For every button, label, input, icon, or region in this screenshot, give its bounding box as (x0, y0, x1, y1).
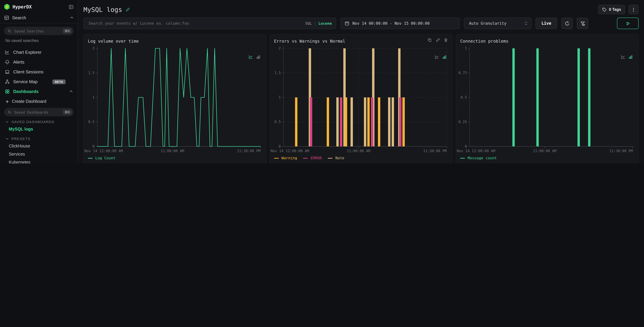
errors-warnings-chart[interactable]: 00.511.52Nov 14 12:00:00 AM11:00:00 AM11… (270, 44, 452, 155)
saved-searches-input[interactable] (14, 29, 61, 33)
shortcut-badge: ⌘K (63, 29, 72, 34)
legend-item[interactable]: ERROR (303, 156, 322, 160)
beta-badge: BETA (52, 79, 66, 84)
search-icon (8, 110, 12, 114)
legend-label: Note (335, 156, 344, 160)
filter-bar: SQL | Lucene Nov 14 00:00:00 - Nov 15 00… (84, 18, 638, 29)
line-chart-toggle-icon[interactable] (621, 55, 626, 59)
saved-dashboards-group[interactable]: SAVED DASHBOARDS (0, 116, 78, 125)
select-chevrons-icon (524, 21, 528, 26)
saved-dashboards-input[interactable] (14, 110, 61, 115)
sidebar-item-alerts[interactable]: Alerts (0, 57, 78, 67)
svg-text:1.5: 1.5 (274, 71, 281, 75)
search-icon (8, 29, 12, 33)
live-button[interactable]: Live (536, 18, 557, 29)
no-saved-searches-text: No saved searches (0, 35, 78, 43)
event-search[interactable]: SQL | Lucene (84, 18, 336, 29)
svg-text:1.5: 1.5 (88, 71, 94, 75)
nav-label: Alerts (13, 60, 73, 65)
tags-label: 0 Tags (609, 8, 621, 12)
sql-toggle[interactable]: SQL (305, 21, 312, 26)
search-section-icon (4, 15, 9, 20)
svg-text:11:30:00 PM: 11:30:00 PM (609, 149, 633, 153)
sidebar-nav: Chart Explorer Alerts Client Sessions Se… (0, 47, 78, 96)
legend-item[interactable]: Log Count (88, 156, 116, 160)
svg-text:2: 2 (278, 46, 281, 50)
line-chart-toggle-icon[interactable] (248, 55, 253, 59)
legend-item[interactable]: Warning (274, 156, 297, 160)
filter-edit-icon (580, 21, 585, 26)
svg-text:0: 0 (465, 144, 467, 148)
svg-text:0.5: 0.5 (460, 95, 467, 99)
saved-dashboards-search[interactable]: ⌘K (4, 108, 74, 116)
sidebar-item-clickhouse[interactable]: ClickHouse (0, 142, 78, 150)
granularity-select[interactable]: Auto Granularity (464, 18, 532, 29)
presets-group[interactable]: PRESETS (0, 133, 78, 142)
legend-label: Message count (468, 156, 497, 160)
laptop-icon (5, 69, 10, 74)
sidebar-item-chart-explorer[interactable]: Chart Explorer (0, 47, 78, 57)
svg-text:Nov 14 12:00:00 AM: Nov 14 12:00:00 AM (457, 149, 495, 153)
nav-label: Client Sessions (13, 69, 73, 74)
panel-connection-problems: Connection problems 00.250.50.751Nov 14 … (456, 34, 638, 164)
svg-text:11:30:00 PM: 11:30:00 PM (423, 149, 447, 153)
sidebar-item-dashboards[interactable]: Dashboards (0, 87, 78, 96)
bar-chart-toggle-icon[interactable] (256, 55, 260, 59)
legend-label: Warning (282, 156, 297, 160)
group-label: SAVED DASHBOARDS (12, 120, 54, 124)
page-title: MySQL logs (84, 6, 122, 13)
run-query-button[interactable] (617, 18, 638, 29)
chart-explorer-icon (5, 50, 10, 55)
panel-errors-warnings: Errors vs Warnings vs Normal 00.511.52No… (270, 34, 452, 164)
sidebar-item-service-map[interactable]: Service Map BETA (0, 77, 78, 87)
bar-chart-toggle-icon[interactable] (628, 55, 633, 59)
page-header: MySQL logs 0 Tags ⋮ (84, 5, 638, 14)
sidebar-item-kubernetes[interactable]: Kubernetes (0, 158, 78, 164)
nav-label: Service Map (13, 79, 49, 84)
legend-dash-icon (328, 158, 333, 158)
delete-icon[interactable] (444, 38, 448, 42)
tags-button[interactable]: 0 Tags (598, 5, 625, 14)
edit-title-icon[interactable] (126, 7, 130, 12)
svg-text:1: 1 (465, 46, 467, 50)
svg-text:Nov 14 12:00:00 AM: Nov 14 12:00:00 AM (84, 149, 123, 153)
event-search-input[interactable] (88, 21, 302, 26)
svg-text:2: 2 (92, 46, 94, 50)
refresh-icon (564, 21, 570, 26)
saved-searches-search[interactable]: ⌘K (4, 27, 74, 35)
sidebar-collapse-icon[interactable] (68, 4, 74, 9)
log-volume-chart[interactable]: 00.511.52Nov 14 12:00:00 AM11:00:00 AM11… (84, 44, 266, 155)
sidebar-section-search[interactable]: Search (0, 13, 78, 23)
svg-text:0.5: 0.5 (88, 120, 94, 124)
create-dashboard-button[interactable]: Create Dashboard (0, 96, 78, 105)
dashboards-icon (5, 89, 10, 94)
sidebar-item-mysql-logs[interactable]: MySQL logs (0, 125, 78, 133)
svg-text:0: 0 (92, 144, 94, 148)
sidebar-item-client-sessions[interactable]: Client Sessions (0, 67, 78, 77)
duplicate-icon[interactable] (428, 38, 432, 42)
svg-text:Nov 14 12:00:00 AM: Nov 14 12:00:00 AM (271, 149, 309, 153)
hyperdx-logo-icon: ⚡ (4, 4, 10, 10)
more-options-button[interactable]: ⋮ (628, 5, 638, 14)
legend-item[interactable]: Message count (460, 156, 497, 160)
lucene-toggle[interactable]: Lucene (318, 21, 332, 26)
chart-title: Log volume over time (84, 35, 266, 44)
svg-text:0.25: 0.25 (458, 120, 467, 124)
refresh-button[interactable] (561, 18, 573, 29)
shortcut-badge: ⌘K (63, 110, 72, 115)
bar-chart-toggle-icon[interactable] (442, 55, 447, 59)
legend-item[interactable]: Note (328, 156, 344, 160)
edit-icon[interactable] (436, 38, 440, 42)
sidebar-item-services[interactable]: Services (0, 150, 78, 158)
group-label: PRESETS (12, 137, 30, 141)
chart-title: Errors vs Warnings vs Normal (270, 35, 452, 44)
legend-dash-icon (460, 158, 465, 158)
lang-separator: | (315, 21, 316, 25)
plus-icon (6, 100, 9, 103)
sidebar: ⚡ HyperDX Search ⌘K No saved searches Ch… (0, 0, 78, 164)
svg-text:11:00:00 AM: 11:00:00 AM (533, 149, 556, 153)
connection-problems-chart[interactable]: 00.250.50.751Nov 14 12:00:00 AM11:00:00 … (456, 44, 638, 155)
date-range-picker[interactable]: Nov 14 00:00:00 - Nov 15 00:00:00 (340, 18, 460, 29)
line-chart-toggle-icon[interactable] (434, 55, 439, 59)
filter-button[interactable] (577, 18, 588, 29)
